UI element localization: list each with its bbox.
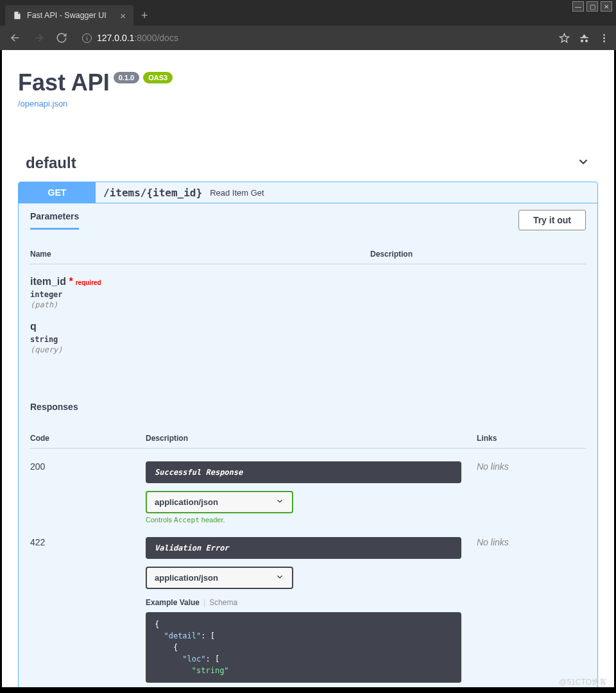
chevron-down-icon bbox=[275, 572, 284, 583]
col-links: Links bbox=[477, 434, 586, 443]
tab-close-icon[interactable]: × bbox=[120, 10, 126, 21]
parameters-table-head: Name Description bbox=[30, 250, 586, 264]
param-type: integer bbox=[30, 290, 586, 299]
accept-header-note: Controls Accept header. bbox=[146, 516, 461, 524]
chevron-down-icon bbox=[275, 497, 284, 508]
swagger-ui: Fast API 0.1.0 OAS3 /openapi.json defaul… bbox=[2, 50, 614, 689]
address-bar[interactable]: i 127.0.0.1:8000/docs bbox=[76, 33, 554, 43]
reload-button[interactable] bbox=[53, 29, 71, 47]
incognito-icon[interactable] bbox=[579, 33, 590, 44]
svg-point-1 bbox=[603, 37, 605, 39]
col-description: Description bbox=[146, 434, 477, 443]
browser-tab-bar: Fast API - Swagger UI × + bbox=[0, 0, 616, 26]
response-message: Successful Response bbox=[146, 461, 461, 483]
example-code: { "detail": [ { "loc": [ "string" bbox=[146, 612, 461, 683]
response-links: No links bbox=[477, 461, 586, 524]
tab-title: Fast API - Swagger UI bbox=[27, 11, 107, 20]
responses-title: Responses bbox=[19, 393, 597, 421]
tab-parameters[interactable]: Parameters bbox=[30, 211, 79, 230]
svg-point-2 bbox=[603, 40, 605, 42]
back-button[interactable] bbox=[6, 29, 24, 47]
toolbar-right bbox=[559, 33, 610, 44]
page-viewport: Fast API 0.1.0 OAS3 /openapi.json defaul… bbox=[0, 50, 616, 689]
response-row: 422 Validation Error application/json Ex… bbox=[30, 524, 586, 683]
window-maximize[interactable]: ▢ bbox=[586, 1, 598, 12]
param-name: q bbox=[30, 321, 586, 332]
window-minimize[interactable]: — bbox=[572, 1, 584, 12]
response-body: Validation Error application/json Exampl… bbox=[146, 537, 477, 683]
star-icon[interactable] bbox=[559, 33, 570, 44]
browser-tab[interactable]: Fast API - Swagger UI × bbox=[5, 5, 133, 26]
operation-block: GET /items/{item_id} Read Item Get Param… bbox=[18, 182, 598, 689]
tab-example-value[interactable]: Example Value bbox=[146, 598, 200, 607]
response-body: Successful Response application/json Con… bbox=[146, 461, 477, 524]
forward-button[interactable] bbox=[30, 29, 47, 47]
response-links: No links bbox=[477, 537, 586, 683]
param-in: (query) bbox=[30, 345, 586, 354]
media-type-value: application/json bbox=[155, 573, 218, 583]
watermark: @51CTO博客 bbox=[559, 677, 607, 688]
oas-badge: OAS3 bbox=[143, 72, 173, 83]
api-title: Fast API bbox=[18, 69, 110, 96]
media-type-value: application/json bbox=[155, 497, 218, 507]
parameters-table: Name Description item_id *required integ… bbox=[19, 237, 597, 393]
try-it-out-button[interactable]: Try it out bbox=[518, 210, 586, 230]
param-row: item_id *required integer (path) bbox=[30, 264, 586, 309]
chevron-down-icon bbox=[576, 155, 590, 171]
operation-body: Parameters Try it out Name Description i… bbox=[19, 203, 597, 689]
url-text: 127.0.0.1:8000/docs bbox=[97, 33, 178, 43]
param-type: string bbox=[30, 335, 586, 344]
media-type-select[interactable]: application/json bbox=[146, 567, 293, 589]
operation-description: Read Item Get bbox=[210, 188, 264, 198]
param-in: (path) bbox=[30, 300, 586, 309]
parameters-header: Parameters Try it out bbox=[19, 203, 597, 237]
browser-toolbar: i 127.0.0.1:8000/docs bbox=[0, 26, 616, 50]
col-name: Name bbox=[30, 250, 370, 259]
col-description: Description bbox=[370, 250, 586, 259]
responses-table-head: Code Description Links bbox=[30, 434, 586, 449]
col-code: Code bbox=[30, 434, 146, 443]
window-controls: — ▢ ✕ bbox=[569, 0, 616, 13]
tab-schema[interactable]: Schema bbox=[209, 598, 237, 607]
menu-icon[interactable] bbox=[599, 33, 610, 44]
svg-point-0 bbox=[603, 34, 605, 36]
new-tab-button[interactable]: + bbox=[133, 5, 156, 26]
version-badge: 0.1.0 bbox=[114, 72, 139, 83]
response-message: Validation Error bbox=[146, 537, 461, 559]
response-code: 422 bbox=[30, 537, 146, 683]
response-row: 200 Successful Response application/json… bbox=[30, 449, 586, 524]
responses-table: Code Description Links 200 Successful Re… bbox=[19, 421, 597, 689]
window-close[interactable]: ✕ bbox=[601, 1, 612, 12]
response-code: 200 bbox=[30, 461, 146, 524]
section-header[interactable]: default bbox=[18, 148, 598, 178]
http-method-badge: GET bbox=[19, 182, 96, 203]
operation-path: /items/{item_id} bbox=[96, 187, 210, 199]
file-icon bbox=[13, 10, 22, 21]
media-type-select[interactable]: application/json bbox=[146, 491, 293, 513]
param-name: item_id *required bbox=[30, 276, 586, 287]
api-title-row: Fast API 0.1.0 OAS3 bbox=[18, 69, 598, 96]
section-name: default bbox=[26, 154, 576, 172]
site-info-icon[interactable]: i bbox=[82, 33, 92, 43]
param-row: q string (query) bbox=[30, 309, 586, 354]
openapi-link[interactable]: /openapi.json bbox=[18, 99, 67, 108]
operation-summary[interactable]: GET /items/{item_id} Read Item Get bbox=[19, 182, 597, 203]
example-tabs: Example Value|Schema bbox=[146, 598, 461, 607]
